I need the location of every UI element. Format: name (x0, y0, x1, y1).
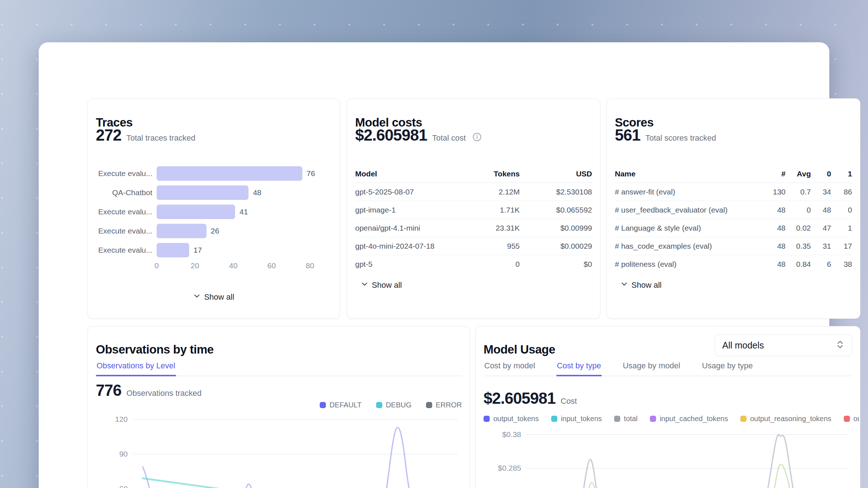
model-filter-select[interactable]: All models (715, 334, 852, 356)
scores-total-label: Total scores tracked (645, 133, 716, 143)
table-cell: 1 (831, 224, 852, 232)
scores-stat: 561 Total scores tracked (615, 126, 716, 144)
traces-stat: 272 Total traces tracked (96, 126, 195, 144)
table-cell: $0 (520, 260, 592, 269)
show-all-label: Show all (372, 281, 402, 290)
trace-bar (157, 185, 248, 200)
table-cell: $2.530108 (520, 188, 592, 196)
model-costs-card: Model costs $2.605981 Total cost ModelTo… (347, 98, 600, 319)
x-axis-tick: 60 (267, 261, 276, 270)
table-cell: 86 (831, 188, 852, 196)
legend-item: output_tokens (484, 415, 539, 423)
trace-bar (157, 166, 302, 181)
traces-bar-chart: Execute evalu...76QA-Chatbot48Execute ev… (96, 164, 332, 260)
legend-swatch (484, 416, 490, 422)
trace-bar-label: Execute evalu... (96, 246, 152, 254)
legend-item: total (614, 415, 638, 423)
scores-total: 561 (615, 126, 640, 144)
table-row: # politeness (eval)480.84638 (615, 255, 852, 273)
column-header: Avg (786, 170, 811, 178)
table-row: gpt-image-11.71K$0.065592 (355, 201, 592, 219)
table-cell: 48 (757, 224, 786, 232)
traces-total-label: Total traces tracked (126, 133, 195, 143)
table-row: # Language & style (eval)480.02471 (615, 219, 852, 237)
show-all-label: Show all (631, 281, 661, 290)
legend-label: DEBUG (386, 401, 412, 409)
table-cell: # Language & style (eval) (615, 224, 757, 232)
table-cell: $0.00999 (520, 224, 592, 232)
tab-observations-by-level[interactable]: Observations by Level (96, 358, 176, 376)
legend-label: total (624, 415, 638, 423)
tab-cost-by-model[interactable]: Cost by model (484, 358, 536, 376)
y-axis-tick: 60 (119, 484, 128, 488)
legend-swatch (376, 402, 382, 408)
table-cell: 34 (811, 188, 831, 196)
tab-cost-by-type[interactable]: Cost by type (556, 358, 602, 376)
legend-swatch (740, 416, 746, 422)
table-cell: 6 (811, 260, 831, 269)
total-cost-label: Total cost (432, 133, 466, 143)
table-cell: 1.71K (458, 206, 520, 214)
table-cell: 130 (757, 188, 786, 196)
series-debug (143, 478, 453, 488)
tab-usage-by-type[interactable]: Usage by type (701, 358, 754, 376)
x-axis-tick: 80 (306, 261, 314, 270)
model-costs-stat: $2.605981 Total cost (355, 126, 482, 144)
trace-bar (157, 224, 207, 238)
table-cell: 48 (757, 260, 786, 269)
trace-bar-value: 17 (193, 246, 202, 254)
table-cell: gpt-image-1 (355, 206, 458, 214)
y-axis-tick: 120 (115, 415, 128, 423)
table-cell: gpt-5 (355, 260, 458, 269)
trace-bar-row: Execute evalu...41 (96, 202, 332, 221)
series-default (143, 427, 458, 488)
model-costs-show-all-button[interactable]: Show all (357, 278, 406, 293)
table-cell: 23.31K (458, 224, 520, 232)
scores-card: Scores 561 Total scores tracked Name#Avg… (607, 98, 860, 319)
legend-label: input_tokens (561, 415, 602, 423)
table-row: # user_feedback_evaluator (eval)480480 (615, 201, 852, 219)
legend-label: output_reasoning_tokens (750, 415, 831, 423)
x-axis-tick: 40 (229, 261, 237, 270)
table-cell: 47 (811, 224, 831, 232)
info-icon[interactable] (472, 132, 482, 143)
table-cell: 48 (811, 206, 831, 214)
table-row: gpt-5-2025-08-072.12M$2.530108 (355, 183, 592, 201)
scores-show-all-button[interactable]: Show all (616, 278, 666, 293)
legend-item: input_tokens (551, 415, 602, 423)
legend-label: output (854, 415, 859, 423)
trace-bar-label: Execute evalu... (96, 227, 152, 235)
legend-item: input_cached_tokens (650, 415, 728, 423)
table-row: gpt-4o-mini-2024-07-18955$0.00029 (355, 237, 592, 255)
table-cell: 48 (757, 206, 786, 214)
legend-swatch (614, 416, 620, 422)
legend-swatch (551, 416, 557, 422)
trace-bar-row: Execute evalu...17 (96, 240, 332, 260)
observations-tabs: Observations by Level (96, 358, 462, 376)
table-cell: 0.35 (786, 242, 811, 251)
traces-total: 272 (96, 126, 121, 144)
column-header: # (757, 170, 786, 178)
model-usage-title: Model Usage (484, 343, 555, 356)
table-row: # has_code_examples (eval)480.353117 (615, 237, 852, 255)
traces-show-all-button[interactable]: Show all (189, 290, 238, 305)
trace-bar-label: Execute evalu... (96, 207, 152, 216)
scores-table: Name#Avg01# answer-fit (eval)1300.73486#… (615, 165, 852, 273)
table-cell: 31 (811, 242, 831, 251)
chevron-up-down-icon (836, 339, 844, 351)
column-header: 0 (811, 170, 831, 178)
table-cell: 0.7 (786, 188, 811, 196)
y-axis-tick: $0.285 (498, 464, 521, 472)
model-costs-table: ModelTokensUSDgpt-5-2025-08-072.12M$2.53… (355, 165, 592, 273)
trace-bar-row: Execute evalu...76 (96, 164, 332, 183)
series-total (526, 435, 848, 488)
column-header: Tokens (458, 170, 520, 178)
model-filter-value: All models (722, 340, 764, 351)
table-header-row: Name#Avg01 (615, 165, 852, 183)
y-axis-tick: 90 (119, 450, 128, 458)
table-cell: gpt-5-2025-08-07 (355, 188, 458, 196)
legend-label: input_cached_tokens (660, 415, 728, 423)
tab-usage-by-model[interactable]: Usage by model (622, 358, 681, 376)
table-cell: # user_feedback_evaluator (eval) (615, 206, 757, 214)
dashboard-container: Traces 272 Total traces tracked Execute … (39, 42, 829, 488)
